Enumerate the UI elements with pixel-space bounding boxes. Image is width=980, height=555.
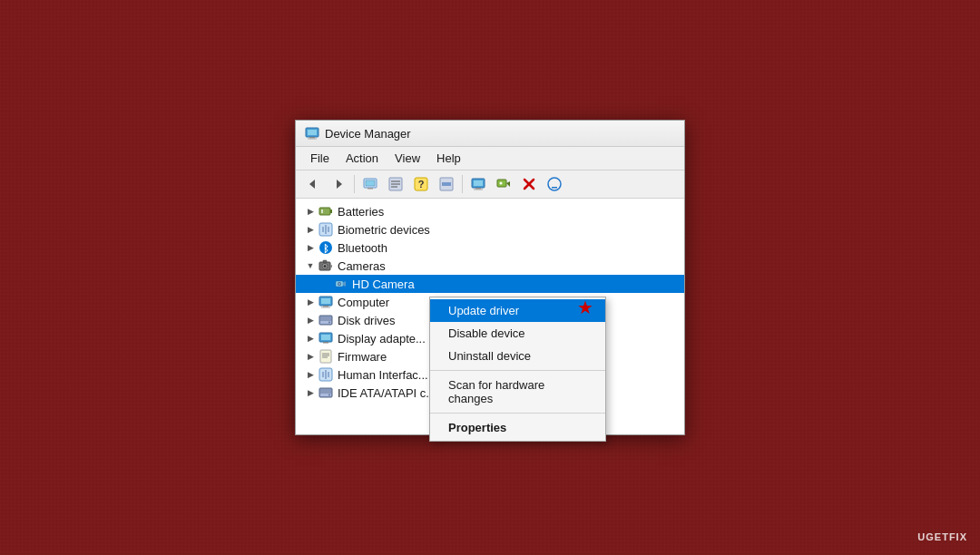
biometric-icon xyxy=(318,222,334,237)
svg-rect-41 xyxy=(323,260,327,263)
disk-icon xyxy=(318,313,334,327)
svg-rect-2 xyxy=(309,137,315,139)
tree-label-computer: Computer xyxy=(338,296,389,309)
expand-firmware[interactable]: ▶ xyxy=(303,349,318,364)
expand-hid[interactable]: ▶ xyxy=(303,367,318,382)
svg-rect-30 xyxy=(330,209,332,213)
title-bar: Device Manager xyxy=(296,121,684,147)
monitor-button[interactable] xyxy=(466,173,490,195)
firmware-icon xyxy=(318,349,334,364)
svg-marker-5 xyxy=(337,180,342,189)
hid-icon xyxy=(318,367,334,382)
forward-button[interactable] xyxy=(327,173,350,195)
title-bar-text: Device Manager xyxy=(325,127,411,141)
properties-button[interactable] xyxy=(358,173,382,195)
computer-icon xyxy=(318,295,334,309)
tree-label-disk: Disk drives xyxy=(338,314,396,327)
menu-file[interactable]: File xyxy=(303,149,337,168)
svg-rect-3 xyxy=(308,139,317,140)
display-icon xyxy=(318,331,334,346)
svg-point-40 xyxy=(324,265,327,268)
expand-cameras[interactable]: ▼ xyxy=(303,258,318,273)
svg-point-54 xyxy=(328,322,330,324)
svg-rect-16 xyxy=(442,182,451,186)
tree-item-hd-camera[interactable]: HD Camera xyxy=(296,275,684,293)
svg-rect-29 xyxy=(319,208,330,215)
menu-action[interactable]: Action xyxy=(338,149,386,168)
ctx-sep-2 xyxy=(430,413,605,414)
bluetooth-icon: ᛒ xyxy=(318,240,334,255)
expand-computer[interactable]: ▶ xyxy=(303,295,318,309)
svg-rect-51 xyxy=(321,307,330,308)
batteries-icon xyxy=(318,204,334,219)
svg-point-46 xyxy=(338,283,340,285)
svg-rect-19 xyxy=(475,188,481,190)
svg-marker-22 xyxy=(506,181,510,187)
back-button[interactable] xyxy=(301,173,325,195)
watermark-badge: UGETFIX xyxy=(917,531,967,542)
ctx-update-driver[interactable]: Update driver xyxy=(430,299,605,322)
tree-item-bluetooth[interactable]: ▶ ᛒ Bluetooth xyxy=(296,239,684,257)
expand-bluetooth[interactable]: ▶ xyxy=(303,240,318,255)
ctx-scan-hardware[interactable]: Scan for hardware changes xyxy=(430,374,605,410)
ide-icon xyxy=(318,385,334,400)
tree-label-cameras: Cameras xyxy=(338,259,386,273)
expand-biometric[interactable]: ▶ xyxy=(303,222,318,237)
tree-item-batteries[interactable]: ▶ Batteries xyxy=(296,202,684,220)
add-hardware-button[interactable] xyxy=(492,173,515,195)
tree-label-batteries: Batteries xyxy=(338,205,384,219)
svg-marker-27 xyxy=(552,180,557,186)
expand-display[interactable]: ▶ xyxy=(303,331,318,346)
tree-label-firmware: Firmware xyxy=(338,350,387,364)
tree-item-biometric[interactable]: ▶ Biometric devices xyxy=(296,220,684,239)
download-button[interactable] xyxy=(543,173,566,195)
toolbar-sep-1 xyxy=(354,175,355,193)
menu-view[interactable]: View xyxy=(387,149,427,168)
update-list-button[interactable] xyxy=(384,173,407,195)
svg-point-23 xyxy=(500,182,503,185)
svg-text:ᛒ: ᛒ xyxy=(323,243,329,254)
ctx-uninstall-device[interactable]: Uninstall device xyxy=(430,345,605,367)
svg-text:?: ? xyxy=(418,179,425,190)
svg-rect-58 xyxy=(320,350,331,363)
tree-label-bluetooth: Bluetooth xyxy=(338,241,387,255)
menu-bar: File Action View Help xyxy=(296,147,684,170)
tree-item-cameras[interactable]: ▼ Cameras xyxy=(296,257,684,275)
help-button[interactable]: ? xyxy=(409,173,433,195)
svg-rect-50 xyxy=(323,306,328,307)
device-manager-window: Device Manager File Action View Help xyxy=(295,120,685,435)
expand-ide[interactable]: ▶ xyxy=(303,385,318,400)
svg-rect-1 xyxy=(308,130,317,135)
svg-rect-56 xyxy=(321,335,330,340)
svg-marker-4 xyxy=(309,180,315,189)
ctx-disable-device[interactable]: Disable device xyxy=(430,322,605,345)
svg-rect-8 xyxy=(368,188,373,190)
svg-rect-28 xyxy=(552,187,557,189)
ctx-properties[interactable]: Properties xyxy=(430,416,605,439)
cameras-icon xyxy=(318,258,334,273)
tree-label-ide: IDE ATA/ATAPI c... xyxy=(338,386,436,400)
svg-point-68 xyxy=(328,394,330,396)
svg-rect-49 xyxy=(321,298,330,304)
uninstall-button[interactable] xyxy=(517,173,541,195)
menu-help[interactable]: Help xyxy=(429,149,468,168)
toolbar-sep-2 xyxy=(462,175,463,193)
collapse-button[interactable] xyxy=(435,173,458,195)
ctx-sep-1 xyxy=(430,370,605,371)
tree-container: ▶ Batteries ▶ xyxy=(296,199,684,434)
context-menu: Update driver Disable device Uninstall d… xyxy=(429,297,606,442)
expand-disk[interactable]: ▶ xyxy=(303,313,318,327)
svg-rect-57 xyxy=(323,342,328,344)
svg-rect-20 xyxy=(474,190,483,190)
tree-label-hd-camera: HD Camera xyxy=(352,278,415,291)
toolbar: ? xyxy=(296,170,684,199)
tree-label-display: Display adapte... xyxy=(338,332,426,346)
svg-point-26 xyxy=(548,178,561,190)
expand-hd-camera xyxy=(318,277,332,291)
svg-rect-18 xyxy=(474,180,483,186)
tree-label-biometric: Biometric devices xyxy=(338,223,430,237)
svg-rect-31 xyxy=(321,209,323,213)
hd-camera-icon xyxy=(332,277,348,291)
svg-rect-7 xyxy=(366,180,375,186)
expand-batteries[interactable]: ▶ xyxy=(303,204,318,219)
